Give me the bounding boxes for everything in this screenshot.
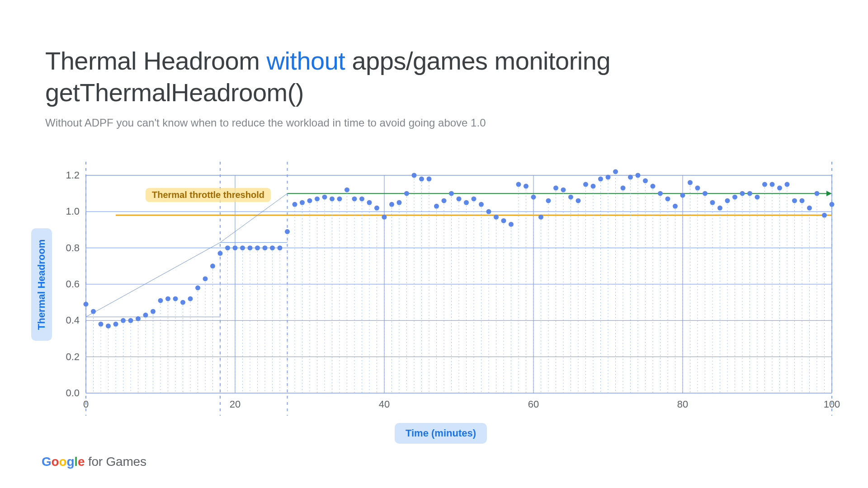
svg-point-91 (270, 245, 275, 250)
svg-point-41 (84, 302, 89, 307)
svg-point-235 (807, 206, 812, 211)
svg-point-101 (307, 198, 312, 203)
svg-point-129 (412, 173, 417, 178)
svg-point-99 (300, 200, 305, 205)
svg-point-209 (710, 200, 715, 205)
svg-point-87 (255, 245, 260, 250)
svg-point-51 (121, 318, 126, 323)
svg-text:0.4: 0.4 (66, 314, 80, 326)
svg-point-237 (815, 191, 820, 196)
svg-point-121 (382, 215, 387, 220)
svg-line-38 (86, 243, 220, 317)
svg-point-183 (613, 169, 618, 174)
google-logo-letter: e (78, 455, 85, 469)
svg-point-49 (113, 322, 118, 327)
svg-point-211 (717, 206, 722, 211)
svg-point-123 (389, 202, 394, 207)
svg-point-177 (591, 184, 596, 189)
svg-point-241 (830, 202, 835, 207)
svg-point-135 (434, 204, 439, 209)
svg-point-199 (673, 204, 678, 209)
svg-point-75 (210, 263, 215, 268)
svg-point-219 (747, 191, 752, 196)
svg-text:1.2: 1.2 (66, 169, 80, 181)
svg-text:20: 20 (230, 399, 241, 410)
slide-subtitle: Without ADPF you can't know when to redu… (45, 117, 823, 129)
google-logo-letter: o (52, 455, 59, 469)
svg-text:60: 60 (528, 399, 539, 410)
svg-point-187 (628, 175, 633, 180)
svg-point-193 (651, 184, 656, 189)
svg-text:40: 40 (379, 399, 390, 410)
svg-text:0.6: 0.6 (66, 278, 80, 290)
svg-point-189 (636, 173, 641, 178)
svg-point-225 (770, 182, 775, 187)
svg-point-67 (180, 300, 185, 305)
svg-point-191 (643, 178, 648, 183)
svg-point-151 (494, 215, 499, 220)
svg-point-109 (337, 197, 342, 202)
slide-title: Thermal Headroom without apps/games moni… (45, 45, 823, 108)
svg-point-207 (703, 191, 708, 196)
svg-point-157 (516, 182, 521, 187)
svg-point-167 (553, 186, 558, 191)
svg-point-63 (165, 296, 170, 301)
svg-point-195 (658, 191, 663, 196)
svg-point-161 (531, 195, 536, 200)
svg-point-143 (464, 200, 469, 205)
title-accent: without (266, 47, 345, 75)
svg-point-213 (725, 198, 730, 203)
svg-point-57 (143, 313, 148, 318)
svg-point-65 (173, 296, 178, 301)
svg-point-115 (359, 197, 364, 202)
svg-point-69 (188, 296, 193, 301)
chart-svg: 0.00.20.40.60.81.01.2020406080100 (45, 172, 836, 425)
svg-point-103 (315, 197, 320, 202)
svg-point-77 (218, 251, 223, 256)
svg-text:0.2: 0.2 (66, 351, 80, 362)
svg-point-223 (762, 182, 767, 187)
google-logo-letter: o (59, 455, 67, 469)
svg-point-97 (292, 202, 297, 207)
footer-text: for Games (88, 455, 146, 469)
svg-point-229 (785, 182, 790, 187)
svg-point-133 (427, 177, 432, 182)
svg-point-233 (800, 198, 805, 203)
google-logo-letter: l (74, 455, 78, 469)
svg-point-83 (240, 245, 245, 250)
svg-point-165 (546, 198, 551, 203)
svg-point-137 (442, 198, 447, 203)
svg-point-221 (755, 195, 760, 200)
svg-point-145 (472, 197, 476, 202)
svg-point-127 (404, 191, 409, 196)
svg-text:1.0: 1.0 (66, 206, 80, 217)
x-axis-label: Time (minutes) (395, 423, 487, 444)
svg-point-205 (695, 186, 700, 191)
svg-point-53 (128, 318, 133, 323)
svg-point-197 (665, 197, 670, 202)
svg-point-117 (367, 200, 372, 205)
svg-point-93 (278, 245, 283, 250)
svg-point-147 (479, 202, 484, 207)
svg-marker-33 (826, 191, 832, 196)
svg-point-215 (732, 195, 737, 200)
chart: Thermal Headroom 0.00.20.40.60.81.01.202… (45, 172, 836, 425)
svg-point-105 (322, 195, 327, 200)
svg-text:80: 80 (677, 399, 688, 410)
google-logo-letter: G (42, 455, 52, 469)
google-logo-letter: g (66, 455, 74, 469)
svg-point-203 (688, 180, 693, 185)
svg-point-45 (99, 322, 104, 327)
svg-point-85 (248, 245, 253, 250)
svg-point-141 (457, 197, 462, 202)
svg-point-169 (561, 188, 566, 192)
svg-point-159 (524, 184, 528, 189)
svg-point-125 (397, 200, 402, 205)
svg-point-139 (449, 191, 454, 196)
svg-point-175 (583, 182, 588, 187)
svg-point-163 (538, 215, 543, 220)
svg-point-113 (352, 197, 357, 202)
svg-point-149 (486, 209, 491, 214)
svg-point-171 (568, 195, 573, 200)
svg-point-111 (344, 188, 349, 192)
